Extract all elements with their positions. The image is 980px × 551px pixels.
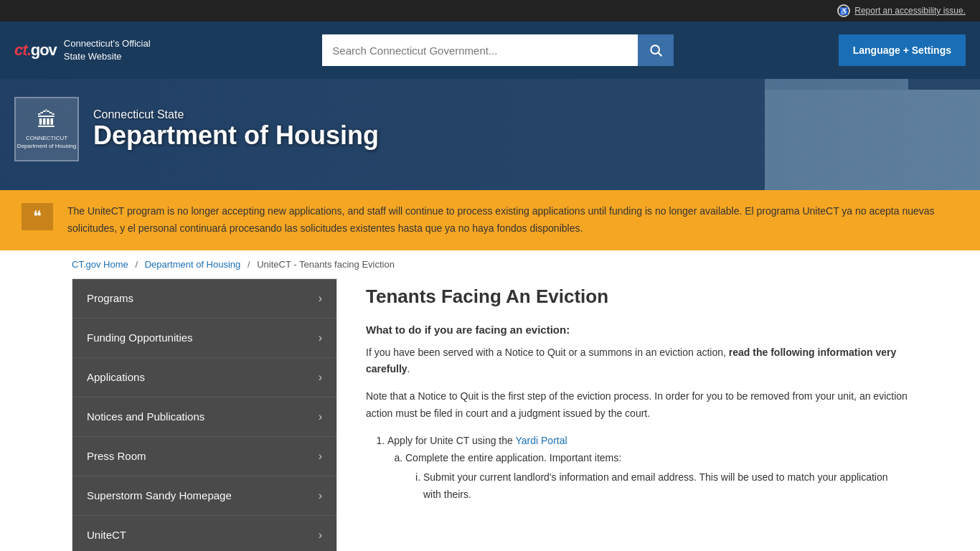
- sub-list-a: Complete the entire application. Importa…: [387, 450, 908, 504]
- hero-subtitle: Connecticut State: [93, 108, 379, 121]
- dept-logo-text: CONNECTICUTDepartment of Housing: [17, 135, 76, 150]
- sidebar-item-superstorm-sandy[interactable]: Superstorm Sandy Homepage ›: [72, 476, 336, 516]
- yardi-portal-link[interactable]: Yardi Portal: [515, 435, 567, 446]
- search-area: [172, 34, 824, 66]
- dept-logo-icon: 🏛: [37, 108, 57, 132]
- hero-banner: 🏛 CONNECTICUTDepartment of Housing Conne…: [0, 79, 980, 190]
- hero-text-block: Connecticut State Department of Housing: [93, 108, 379, 150]
- hero-content: 🏛 CONNECTICUTDepartment of Housing Conne…: [0, 79, 980, 161]
- breadcrumb-current: UniteCT - Tenants facing Eviction: [257, 259, 395, 270]
- search-input[interactable]: [322, 34, 638, 66]
- sidebar-item-funding-label: Funding Opportunities: [87, 331, 193, 344]
- sidebar-item-press-room-label: Press Room: [87, 450, 146, 462]
- svg-line-1: [659, 53, 662, 57]
- svg-point-0: [651, 45, 660, 54]
- sidebar-menu: Programs › Funding Opportunities › Appli…: [72, 278, 337, 551]
- hero-title: Department of Housing: [93, 121, 379, 150]
- breadcrumb-dept[interactable]: Department of Housing: [145, 259, 241, 270]
- sidebar-item-programs-label: Programs: [87, 292, 133, 304]
- breadcrumb: CT.gov Home / Department of Housing / Un…: [0, 250, 980, 278]
- language-settings-button[interactable]: Language + Settings: [839, 34, 966, 66]
- chevron-right-icon: ›: [319, 292, 322, 305]
- breadcrumb-separator-1: /: [135, 259, 138, 270]
- sub-sub-list-i: Submit your current landlord's informati…: [405, 469, 908, 504]
- sub-item-a: Complete the entire application. Importa…: [405, 450, 908, 467]
- content-subtitle: What to do if you are facing an eviction…: [366, 324, 908, 336]
- content-para-1: If you have been served with a Notice to…: [366, 344, 908, 379]
- sidebar-item-press-room[interactable]: Press Room ›: [72, 437, 336, 476]
- sidebar-item-superstorm-sandy-label: Superstorm Sandy Homepage: [87, 489, 232, 501]
- content-ordered-list: Apply for Unite CT using the Yardi Porta…: [366, 433, 908, 504]
- accessibility-icon: ♿: [837, 4, 850, 17]
- page-title: Tenants Facing An Eviction: [366, 286, 908, 308]
- search-button[interactable]: [638, 34, 674, 66]
- alert-text: The UniteCT program is no longer accepti…: [67, 203, 958, 237]
- accessibility-label: Report an accessibility issue.: [854, 6, 966, 16]
- content-para-2: Note that a Notice to Quit is the first …: [366, 388, 908, 423]
- sidebar-item-notices[interactable]: Notices and Publications ›: [72, 397, 336, 437]
- department-logo: 🏛 CONNECTICUTDepartment of Housing: [14, 97, 79, 161]
- chevron-right-icon: ›: [319, 331, 322, 344]
- sidebar-nav: Programs › Funding Opportunities › Appli…: [72, 278, 337, 551]
- chevron-right-icon: ›: [319, 450, 322, 463]
- main-content-area: Tenants Facing An Eviction What to do if…: [337, 278, 908, 511]
- chevron-right-icon: ›: [319, 410, 322, 423]
- site-name-line1: Connecticut's Official: [64, 37, 151, 50]
- logo-ct: ct: [14, 41, 27, 59]
- quote-icon: ❝: [22, 203, 53, 230]
- sidebar-item-applications-label: Applications: [87, 371, 145, 383]
- breadcrumb-home[interactable]: CT.gov Home: [72, 259, 128, 270]
- accessibility-link[interactable]: ♿ Report an accessibility issue.: [837, 4, 966, 17]
- sidebar-item-unitect[interactable]: UniteCT ›: [72, 516, 336, 551]
- list-item-1-start: Apply for Unite CT using the: [387, 435, 515, 446]
- alert-banner: ❝ The UniteCT program is no longer accep…: [0, 190, 980, 250]
- sidebar-item-applications[interactable]: Applications ›: [72, 358, 336, 397]
- top-bar: ♿ Report an accessibility issue.: [0, 0, 980, 22]
- list-item-1: Apply for Unite CT using the Yardi Porta…: [387, 433, 908, 504]
- main-content: Programs › Funding Opportunities › Appli…: [0, 278, 980, 551]
- main-header: ct.gov Connecticut's Official State Webs…: [0, 22, 980, 79]
- breadcrumb-separator-2: /: [248, 259, 250, 270]
- sidebar-item-notices-label: Notices and Publications: [87, 410, 204, 423]
- sub-sub-item-i: Submit your current landlord's informati…: [423, 469, 908, 504]
- sidebar-item-programs[interactable]: Programs ›: [72, 279, 336, 319]
- sidebar-item-funding-opportunities[interactable]: Funding Opportunities ›: [72, 319, 336, 358]
- ct-gov-logo: ct.gov: [14, 41, 57, 60]
- para1-end: .: [407, 363, 410, 375]
- site-name-line2: State Website: [64, 50, 151, 63]
- logo-gov: gov: [31, 41, 57, 59]
- chevron-right-icon: ›: [319, 371, 322, 384]
- chevron-right-icon: ›: [319, 529, 322, 542]
- para1-start: If you have been served with a Notice to…: [366, 347, 729, 358]
- logo-area: ct.gov Connecticut's Official State Webs…: [14, 37, 158, 63]
- sidebar-item-unitect-label: UniteCT: [87, 529, 126, 541]
- search-icon: [649, 43, 663, 57]
- chevron-right-icon: ›: [319, 489, 322, 502]
- site-name: Connecticut's Official State Website: [64, 37, 151, 63]
